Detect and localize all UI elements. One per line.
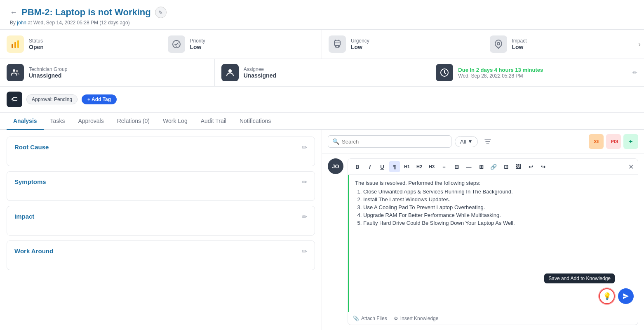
info-card-impact[interactable]: Impact Low xyxy=(483,30,644,59)
italic-button[interactable]: I xyxy=(364,161,375,172)
step-5: Faulty Hard Drive Could Be Slowing Down … xyxy=(363,220,632,226)
editor-content[interactable]: The issue is resolved. Performed the fol… xyxy=(348,175,638,312)
filter-button[interactable]: All ▼ xyxy=(455,136,478,147)
hr-button[interactable]: — xyxy=(463,161,474,172)
svg-rect-2 xyxy=(17,40,19,48)
svg-point-8 xyxy=(13,69,15,72)
step-4: Upgrade RAM For Better Performance While… xyxy=(363,212,632,218)
editor-footer: 📎 Attach Files ⚙ Insert Knowledge xyxy=(348,312,638,325)
tab-tasks[interactable]: Tasks xyxy=(44,113,72,130)
status-value: Open xyxy=(29,44,44,50)
info-card-assignee[interactable]: Assignee Unassigned xyxy=(215,59,430,86)
tab-notifications[interactable]: Notifications xyxy=(233,113,277,130)
ordered-list-button[interactable]: ⊟ xyxy=(451,161,462,172)
export-excel-button[interactable] xyxy=(589,134,604,149)
tab-work-log[interactable]: Work Log xyxy=(156,113,194,130)
due-date-label: Due In 2 days 4 hours 13 minutes xyxy=(458,67,543,73)
due-date-edit-button[interactable]: ✏ xyxy=(632,69,637,76)
assignee-value: Unassigned xyxy=(244,72,276,79)
info-cards-row1: Status Open Priority Low Urgency Low xyxy=(0,29,644,59)
bullet-list-button[interactable]: ≡ xyxy=(439,161,449,172)
due-date-icon xyxy=(436,64,453,81)
approval-tag: Approval: Pending xyxy=(26,94,78,104)
technician-group-value: Unassigned xyxy=(29,72,67,79)
editor-container: B I U ¶ H1 H2 H3 ≡ ⊟ — ⊞ 🔗 ⊡ 🖼 xyxy=(348,158,638,325)
work-around-edit-button[interactable]: ✏ xyxy=(302,248,307,255)
embed-button[interactable]: ⊡ xyxy=(501,161,511,172)
table-button[interactable]: ⊞ xyxy=(476,161,487,172)
search-input[interactable] xyxy=(342,139,447,145)
root-cause-edit-button[interactable]: ✏ xyxy=(302,144,307,151)
step-3: Use A Cooling Pad To Prevent Laptop Over… xyxy=(363,204,632,210)
right-toolbar: 🔍 All ▼ PDF xyxy=(322,130,644,153)
impact-icon xyxy=(490,35,507,53)
left-panel: Root Cause ✏ Symptoms ✏ Impact ✏ Work Ar… xyxy=(0,130,322,330)
svg-text:PDF: PDF xyxy=(611,139,618,144)
impact-label: Impact xyxy=(512,38,527,44)
insert-knowledge-button[interactable]: ⚙ Insert Knowledge xyxy=(394,316,439,321)
tab-relations[interactable]: Relations (0) xyxy=(110,113,156,130)
tab-analysis[interactable]: Analysis xyxy=(7,113,44,130)
assignee-label: Assignee xyxy=(244,66,276,72)
editor-close-button[interactable]: ✕ xyxy=(628,163,634,171)
tag-icon-button[interactable]: 🏷 xyxy=(7,92,22,107)
priority-value: Low xyxy=(190,44,205,50)
page-title: PBM-2: Laptop is not Working xyxy=(21,7,151,18)
export-pdf-button[interactable]: PDF xyxy=(606,134,621,149)
main-content: Root Cause ✏ Symptoms ✏ Impact ✏ Work Ar… xyxy=(0,130,644,330)
work-around-section: Work Around ✏ xyxy=(7,240,315,270)
tabs-bar: Analysis Tasks Approvals Relations (0) W… xyxy=(0,113,644,130)
info-card-due-date[interactable]: Due In 2 days 4 hours 13 minutes Wed, Se… xyxy=(429,59,644,86)
bold-button[interactable]: B xyxy=(352,161,363,172)
filter-icon: ▼ xyxy=(468,139,472,144)
filter-label: All xyxy=(460,139,466,145)
redo-button[interactable]: ↪ xyxy=(538,161,548,172)
comment-area: JO B I U ¶ H1 H2 H3 ≡ ⊟ — ⊞ xyxy=(322,153,644,330)
sort-button[interactable] xyxy=(481,135,494,148)
add-tag-button[interactable]: + Add Tag xyxy=(82,94,117,104)
link-button[interactable]: 🔗 xyxy=(488,161,499,172)
h3-button[interactable]: H3 xyxy=(426,161,437,172)
image-button[interactable]: 🖼 xyxy=(513,161,524,172)
urgency-icon xyxy=(329,35,346,53)
page-subtitle: By john at Wed, Sep 14, 2022 05:28 PM (1… xyxy=(10,20,634,26)
edit-icon: ✎ xyxy=(158,9,163,16)
save-knowledge-button[interactable]: 💡 xyxy=(599,288,615,304)
author-link[interactable]: john xyxy=(17,20,26,26)
info-card-status[interactable]: Status Open xyxy=(0,30,161,59)
priority-icon xyxy=(168,35,185,53)
impact-value: Low xyxy=(512,44,527,50)
insert-knowledge-label: Insert Knowledge xyxy=(400,316,439,321)
search-icon: 🔍 xyxy=(332,138,339,145)
technician-group-icon xyxy=(7,64,24,81)
tag-icon: 🏷 xyxy=(11,96,18,103)
search-box[interactable]: 🔍 xyxy=(328,135,451,148)
status-label: Status xyxy=(29,38,44,44)
info-card-priority[interactable]: Priority Low xyxy=(161,30,322,59)
info-card-technician-group[interactable]: Technician Group Unassigned xyxy=(0,59,215,86)
edit-title-button[interactable]: ✎ xyxy=(155,7,167,18)
back-button[interactable]: ← xyxy=(10,8,17,17)
h2-button[interactable]: H2 xyxy=(414,161,425,172)
impact-section-title: Impact xyxy=(14,213,34,220)
insert-knowledge-icon: ⚙ xyxy=(394,316,398,321)
paragraph-button[interactable]: ¶ xyxy=(389,161,400,172)
symptoms-edit-button[interactable]: ✏ xyxy=(302,178,307,186)
work-around-title: Work Around xyxy=(14,248,53,255)
tab-approvals[interactable]: Approvals xyxy=(71,113,110,130)
info-cards-row2: Technician Group Unassigned Assignee Una… xyxy=(0,59,644,87)
add-comment-button[interactable] xyxy=(623,134,638,149)
info-card-urgency[interactable]: Urgency Low xyxy=(322,30,483,59)
tab-audit-trail[interactable]: Audit Trail xyxy=(194,113,233,130)
send-button[interactable] xyxy=(618,288,634,304)
h1-button[interactable]: H1 xyxy=(402,161,412,172)
attach-label: Attach Files xyxy=(361,316,387,321)
undo-button[interactable]: ↩ xyxy=(525,161,536,172)
svg-rect-0 xyxy=(12,44,13,48)
due-date-value: Wed, Sep 28, 2022 05:28 PM xyxy=(458,73,543,79)
underline-button[interactable]: U xyxy=(377,161,388,172)
impact-edit-button[interactable]: ✏ xyxy=(302,213,307,221)
urgency-value: Low xyxy=(351,44,369,50)
attach-files-button[interactable]: 📎 Attach Files xyxy=(353,316,387,321)
editor-toolbar: B I U ¶ H1 H2 H3 ≡ ⊟ — ⊞ 🔗 ⊡ 🖼 xyxy=(348,159,638,175)
